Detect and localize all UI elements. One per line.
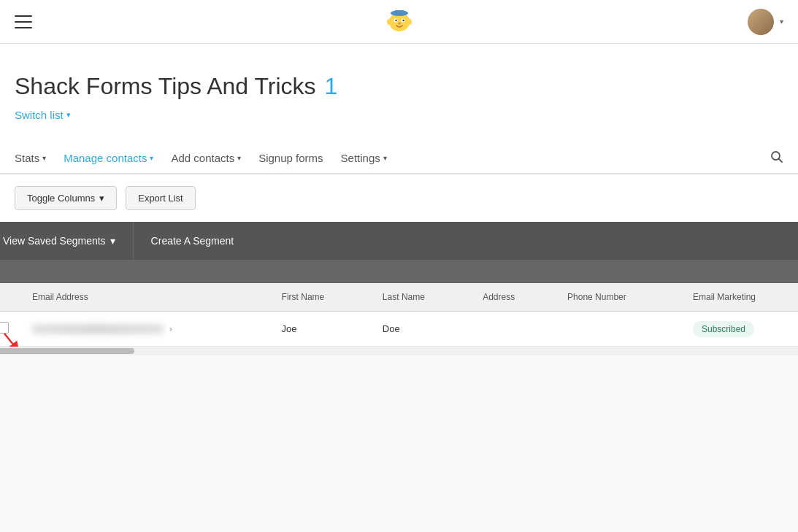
list-count-badge: 1 xyxy=(325,73,338,100)
row-phone xyxy=(556,312,681,347)
svg-point-6 xyxy=(402,19,404,20)
view-saved-segments-button[interactable]: View Saved Segments ▾ xyxy=(0,222,134,260)
row-email-cell: › xyxy=(20,312,270,347)
nav-stats-chevron: ▾ xyxy=(42,154,46,162)
main-content: Shack Forms Tips And Tricks 1 Switch lis… xyxy=(0,44,798,222)
nav-signup-forms-label: Signup forms xyxy=(258,152,323,164)
toggle-columns-button[interactable]: Toggle Columns ▾ xyxy=(15,186,117,210)
table-header-row: Email Address First Name Last Name Addre… xyxy=(0,283,798,312)
svg-point-8 xyxy=(387,19,391,25)
svg-line-11 xyxy=(779,159,783,163)
row-first-name: Joe xyxy=(270,312,371,347)
table-header-address: Address xyxy=(471,283,556,312)
switch-list-button[interactable]: Switch list ▾ xyxy=(15,109,71,121)
segments-bar: View Saved Segments ▾ Create A Segment xyxy=(0,222,798,260)
nav-manage-contacts-chevron: ▾ xyxy=(150,154,153,162)
user-menu-chevron[interactable]: ▾ xyxy=(780,18,783,26)
header-right: ▾ xyxy=(748,9,783,35)
sub-segments-bar xyxy=(0,260,798,283)
email-cell-content: › xyxy=(32,324,258,334)
row-checkbox[interactable] xyxy=(0,322,9,334)
nav-add-contacts-chevron: ▾ xyxy=(237,154,241,162)
contacts-table: Email Address First Name Last Name Addre… xyxy=(0,283,798,347)
horizontal-scrollbar[interactable] xyxy=(0,347,798,355)
page-title-row: Shack Forms Tips And Tricks 1 xyxy=(15,73,783,100)
svg-rect-2 xyxy=(395,10,404,15)
toggle-columns-chevron: ▾ xyxy=(99,193,104,204)
nav-manage-contacts-label: Manage contacts xyxy=(64,152,147,164)
email-blurred-value xyxy=(32,324,164,334)
svg-line-13 xyxy=(4,334,16,347)
export-list-label: Export List xyxy=(138,193,183,204)
row-address xyxy=(471,312,556,347)
red-arrow-container xyxy=(0,322,9,336)
hamburger-menu-icon[interactable] xyxy=(15,15,32,28)
svg-point-5 xyxy=(395,19,396,20)
row-last-name: Doe xyxy=(371,312,471,347)
subscribed-badge: Subscribed xyxy=(693,321,754,337)
view-saved-segments-chevron: ▾ xyxy=(110,235,115,247)
row-expand-arrow[interactable]: › xyxy=(169,324,172,334)
table-header-first-name: First Name xyxy=(270,283,371,312)
table-header-phone: Phone Number xyxy=(556,283,681,312)
svg-point-7 xyxy=(398,22,401,24)
nav-search-button[interactable] xyxy=(770,150,783,167)
table-header-last-name: Last Name xyxy=(371,283,471,312)
svg-point-9 xyxy=(407,19,412,25)
switch-list-label: Switch list xyxy=(15,109,64,121)
nav-add-contacts-label: Add contacts xyxy=(171,152,234,164)
view-saved-segments-label: View Saved Segments xyxy=(3,235,106,247)
scroll-thumb[interactable] xyxy=(0,348,134,354)
avatar[interactable] xyxy=(748,9,774,35)
page-title: Shack Forms Tips And Tricks xyxy=(15,73,316,100)
export-list-button[interactable]: Export List xyxy=(126,186,195,210)
nav-item-stats[interactable]: Stats ▾ xyxy=(15,144,58,173)
header-center xyxy=(382,3,417,41)
header: ▾ xyxy=(0,0,798,44)
toggle-columns-label: Toggle Columns xyxy=(27,193,95,204)
table-header-marketing: Email Marketing xyxy=(681,283,798,312)
mailchimp-logo xyxy=(382,3,417,38)
search-icon xyxy=(770,150,783,163)
table-header-email: Email Address xyxy=(20,283,270,312)
nav-settings-label: Settings xyxy=(341,152,380,164)
create-segment-button[interactable]: Create A Segment xyxy=(134,222,252,260)
table-header-checkbox xyxy=(0,283,20,312)
nav-settings-chevron: ▾ xyxy=(383,154,387,162)
nav-item-add-contacts[interactable]: Add contacts ▾ xyxy=(171,144,253,173)
create-segment-label: Create A Segment xyxy=(151,235,234,247)
header-left xyxy=(15,15,32,28)
nav-item-settings[interactable]: Settings ▾ xyxy=(341,144,399,173)
red-arrow xyxy=(1,332,22,347)
table-row: › Joe Doe Subscribed xyxy=(0,312,798,347)
nav-item-manage-contacts[interactable]: Manage contacts ▾ xyxy=(64,144,165,173)
row-marketing-status: Subscribed xyxy=(681,312,798,347)
nav-stats-label: Stats xyxy=(15,152,39,164)
table-wrapper: Email Address First Name Last Name Addre… xyxy=(0,283,798,347)
row-checkbox-cell xyxy=(0,312,20,347)
red-arrow-icon xyxy=(1,332,22,347)
nav-bar: Stats ▾ Manage contacts ▾ Add contacts ▾… xyxy=(0,144,798,174)
switch-list-chevron: ▾ xyxy=(66,110,71,120)
avatar-image xyxy=(748,9,774,35)
toolbar: Toggle Columns ▾ Export List xyxy=(15,174,783,222)
nav-item-signup-forms[interactable]: Signup forms xyxy=(258,144,334,173)
